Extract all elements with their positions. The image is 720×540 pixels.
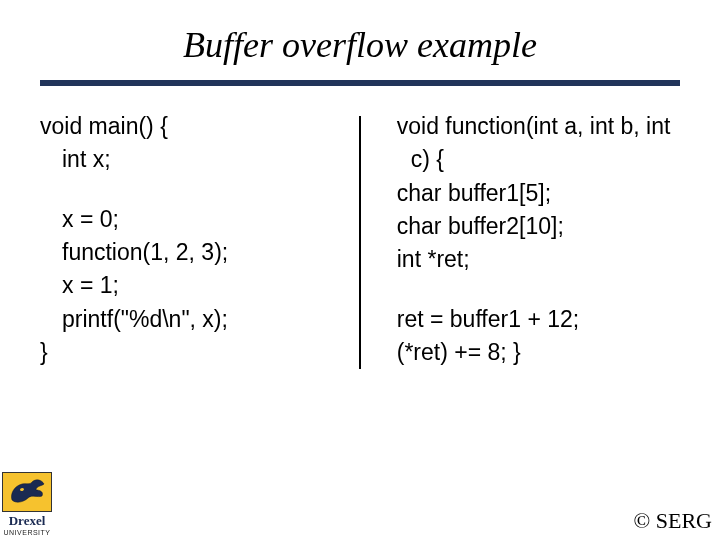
code-line: void main() { (40, 110, 345, 143)
code-line: (*ret) += 8; } (375, 336, 680, 369)
right-code-column: void function(int a, int b, int c) { cha… (361, 110, 680, 369)
code-block-2: x = 0; function(1, 2, 3); x = 1; printf(… (40, 203, 345, 370)
two-column-layout: void main() { int x; x = 0; function(1, … (0, 110, 720, 369)
code-line: char buffer1[5]; (375, 177, 680, 210)
copyright-label: © SERG (634, 508, 712, 534)
code-line: x = 1; (40, 269, 345, 302)
code-line: x = 0; (40, 203, 345, 236)
code-line: function(1, 2, 3); (40, 236, 345, 269)
code-line: void function(int a, int b, int c) { (375, 110, 680, 177)
code-block-1: void main() { int x; (40, 110, 345, 177)
code-line: printf("%d\n", x); (40, 303, 345, 336)
slide-title: Buffer overflow example (0, 0, 720, 80)
code-line: char buffer2[10]; (375, 210, 680, 243)
code-block-4: ret = buffer1 + 12; (*ret) += 8; } (375, 303, 680, 370)
code-block-3: void function(int a, int b, int c) { cha… (375, 110, 680, 277)
dragon-icon (2, 472, 52, 512)
logo-name: Drexel (2, 513, 52, 529)
code-line: } (40, 336, 345, 369)
code-line: int x; (40, 143, 345, 176)
left-code-column: void main() { int x; x = 0; function(1, … (40, 110, 359, 369)
drexel-logo: Drexel UNIVERSITY (2, 472, 52, 536)
code-line: int *ret; (375, 243, 680, 276)
code-line: ret = buffer1 + 12; (375, 303, 680, 336)
title-underline (40, 80, 680, 86)
logo-subtitle: UNIVERSITY (2, 529, 52, 536)
